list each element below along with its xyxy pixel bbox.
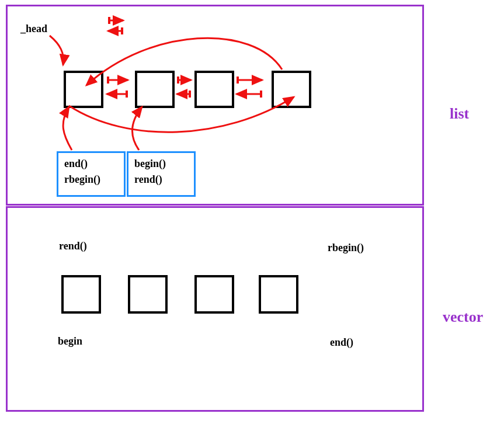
list-node [135, 71, 175, 108]
arrow-pair-top [108, 17, 123, 34]
end-pointer-arrow [63, 107, 72, 150]
rbegin-label: rbegin() [328, 242, 364, 254]
vector-cell [61, 275, 101, 314]
diagram-root: _head end() rbegin() begin() rend() [0, 0, 504, 424]
begin-label: begin() [134, 158, 188, 170]
iterator-box-begin-rend: begin() rend() [127, 151, 196, 197]
rend-label: rend() [59, 240, 87, 252]
circular-arc-top [86, 38, 282, 85]
svg-rect-5 [189, 91, 191, 98]
svg-rect-4 [177, 77, 179, 84]
vector-cell [128, 275, 168, 314]
begin-label: begin [58, 335, 82, 347]
list-node [64, 71, 103, 108]
rend-label: rend() [134, 173, 188, 186]
arrow-pair-34 [237, 77, 262, 98]
svg-rect-3 [126, 91, 128, 98]
vector-title: vector [443, 308, 483, 326]
list-node [194, 71, 234, 108]
iterator-box-end-rbegin: end() rbegin() [57, 151, 126, 197]
vector-cell [259, 275, 298, 314]
head-label: _head [20, 23, 47, 35]
vector-cell [194, 275, 234, 314]
svg-rect-6 [237, 77, 239, 84]
arrow-pair-12 [107, 77, 128, 98]
rbegin-label: rbegin() [64, 173, 118, 186]
svg-rect-1 [121, 27, 123, 34]
svg-rect-7 [260, 91, 262, 98]
list-title: list [450, 105, 469, 123]
arrow-pair-23 [177, 77, 191, 98]
svg-rect-2 [107, 77, 109, 84]
vector-panel: rend() rbegin() begin end() [6, 206, 424, 412]
end-label: end() [330, 336, 353, 349]
list-panel: _head end() rbegin() begin() rend() [6, 5, 424, 206]
svg-rect-0 [108, 17, 110, 24]
end-label: end() [64, 158, 118, 170]
list-node [272, 71, 311, 108]
begin-pointer-arrow [133, 107, 142, 150]
